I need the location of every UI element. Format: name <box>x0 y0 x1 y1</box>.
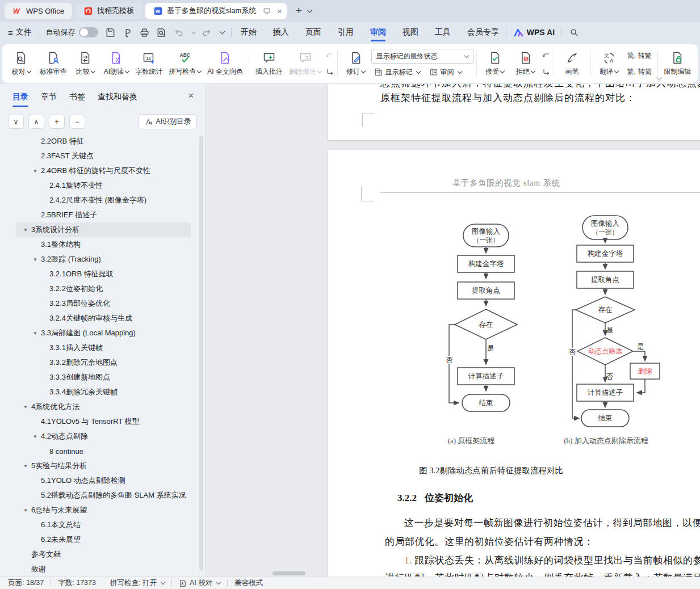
toc-item[interactable]: ▼ 2.4.2尺度不变性 (图像金字塔) <box>16 193 191 208</box>
toc-item[interactable]: ▼ 参考文献 <box>16 547 191 562</box>
print-icon[interactable] <box>139 27 150 38</box>
toc-item[interactable]: ▼ 2.3FAST 关键点 <box>16 149 191 163</box>
show-markup-button[interactable]: 显示标记 <box>371 66 423 78</box>
standard-review-button[interactable]: 标准审查 <box>36 47 70 81</box>
redo-icon[interactable] <box>202 27 212 38</box>
quickbar-chevron-icon[interactable] <box>219 29 225 35</box>
ai-polish-button[interactable]: AI 全文润色 <box>204 47 246 81</box>
menu-tab[interactable]: 页面 <box>305 22 321 43</box>
save-icon[interactable] <box>105 27 116 38</box>
toc-item[interactable]: ▼ 4.2动态点剔除 <box>16 429 191 444</box>
reject-change-button[interactable]: 拒绝 <box>510 47 541 81</box>
undo-icon[interactable] <box>173 27 184 38</box>
review-pane-button[interactable]: 审阅 <box>426 66 464 78</box>
word-count-button[interactable]: 12 字数统计 <box>132 47 166 81</box>
toc-item[interactable]: ▼ 3.2.2位姿初始化 <box>16 281 191 296</box>
compare-button[interactable]: 比较 <box>70 47 100 81</box>
toc-expand-icon[interactable]: ▼ <box>23 464 31 469</box>
body-text-line[interactable]: 原框架特征提取流程与加入动态点剔除后的流程的对比： <box>380 91 636 104</box>
search-icon[interactable] <box>569 27 579 37</box>
toc-previous-heading-button[interactable]: ∧ <box>28 115 44 129</box>
simplified-to-traditional-button[interactable]: 简, 转繁 <box>624 50 655 62</box>
toc-item[interactable]: ▼ 3.2跟踪 (Tracking) <box>16 252 191 267</box>
next-change-icon[interactable] <box>541 67 551 77</box>
toc-item[interactable]: ▼ 4系统优化方法 <box>16 399 191 414</box>
ink-brush-button[interactable]: 画笔 <box>557 47 588 81</box>
toc-item[interactable]: ▼ 5.2搭载动态点剔除的多鱼眼 SLAM 系统实况 <box>16 488 191 503</box>
wps-ai-button[interactable]: WPS AI <box>513 27 555 38</box>
toc-item[interactable]: ▼ 2.2ORB 特征 <box>16 134 191 149</box>
markup-state-select[interactable]: 显示标记的最终状态 <box>371 49 473 64</box>
menu-tab[interactable]: 工具 <box>435 22 451 43</box>
traditional-to-simplified-button[interactable]: 繁, 转简 <box>624 66 655 78</box>
body-text-line[interactable]: 这一步是要对每一帧新图像进行初始位姿估计，得到局部地图，以便于后续 <box>404 516 700 529</box>
ai-proofread-status[interactable]: AI 校对 <box>179 578 220 588</box>
previous-change-icon[interactable] <box>541 51 551 61</box>
toc-item[interactable]: ▼ 2.4ORB 特征的旋转与尺度不变性 <box>16 163 191 178</box>
figure-caption[interactable]: 图 3.2剔除动态点前后特征提取流程对比 <box>349 465 633 476</box>
sidebar-tab[interactable]: 目录 <box>12 92 28 107</box>
toc-item[interactable]: ▼ 3.2.1ORB 特征提取 <box>16 267 191 281</box>
toc-expand-icon[interactable]: ▼ <box>23 228 31 233</box>
toc-item[interactable]: ▼ 3.3.4删除冗余关键帧 <box>16 385 191 399</box>
toc-next-heading-button[interactable]: ∨ <box>8 115 24 129</box>
toc-expand-icon[interactable]: ▼ <box>33 257 41 262</box>
toc-item[interactable]: ▼ 3.2.3局部位姿优化 <box>16 296 191 311</box>
toc-item[interactable]: ▼ 4.1YOLOv5 与 TensorRT 模型 <box>16 414 191 429</box>
tab-wps-office[interactable]: W WPS Office <box>5 3 72 19</box>
toc-expand-icon[interactable]: ▼ <box>23 508 31 513</box>
toc-expand-icon[interactable]: ▼ <box>33 169 41 174</box>
toc-item[interactable]: ▼ 3.3局部建图 (Local Mapping) <box>16 326 191 340</box>
flowchart-with-dynamic-removal[interactable]: 图像输入 （一张） 构建金字塔 提取角点 存在 是 动态点筛选 是 删除 否 否… <box>568 214 667 430</box>
menu-tab[interactable]: 引用 <box>338 22 354 43</box>
sidebar-tab[interactable]: 章节 <box>41 92 57 107</box>
menu-tab[interactable]: 插入 <box>273 22 289 43</box>
track-changes-button[interactable]: 修订 <box>341 47 371 81</box>
undo-chevron-icon[interactable] <box>191 29 196 33</box>
toc-item[interactable]: ▼ 5.1YOLO 动态点剔除检测 <box>16 473 191 488</box>
close-tab-icon[interactable]: × <box>277 6 282 16</box>
body-text-line[interactable]: 进行匹配。若此时匹配点对数较少，则丢弃此帧，重新载入；若数量满足，则进行 <box>385 571 700 577</box>
menu-tab[interactable]: 视图 <box>403 22 418 43</box>
accept-change-button[interactable]: 接受 <box>480 47 510 81</box>
toc-item[interactable]: ▼ 3.3.3创建新地图点 <box>16 370 191 385</box>
toc-item[interactable]: ▼ 3系统设计分析 <box>16 222 191 237</box>
flowchart-original-framework[interactable]: 图像输入 （一张） 构建金字塔 提取角点 存在 是 否 计算描述子 结束 <box>446 221 531 417</box>
toc-collapse-all-button[interactable]: − <box>69 115 85 129</box>
menu-tab[interactable]: 开始 <box>241 22 257 43</box>
ai-read-aloud-button[interactable]: AI朗读 <box>100 47 132 81</box>
menu-tab[interactable]: 审阅 <box>370 22 386 43</box>
toc-item[interactable]: ▼ 6.1本文总结 <box>16 518 191 532</box>
toc-expand-all-button[interactable]: + <box>49 115 65 129</box>
toc-item[interactable]: ▼ 2.4.1旋转不变性 <box>16 178 191 193</box>
sidebar-close-icon[interactable]: × <box>188 91 194 101</box>
file-menu-button[interactable]: ≡ 文件 <box>8 27 32 37</box>
toc-item[interactable]: ▼ 3.1整体结构 <box>16 237 191 252</box>
body-text-line[interactable]: 1. 跟踪状态丢失：从离线训练好的词袋模型里找出与当前帧相似的参考帧，用它 <box>404 554 700 567</box>
presentation-mode-icon[interactable] <box>263 7 271 15</box>
toc-item[interactable]: ▼ 5实验与结果分析 <box>16 458 191 473</box>
insert-comment-button[interactable]: 插入批注 <box>252 47 286 81</box>
sidebar-tab[interactable]: 查找和替换 <box>98 92 137 107</box>
previous-comment-icon[interactable] <box>325 51 334 61</box>
toc-item[interactable]: ▼ 3.2.4关键帧的审核与生成 <box>16 311 191 326</box>
toc-item[interactable]: ▼ 致谢 <box>16 562 191 575</box>
new-tab-button[interactable]: + <box>296 5 302 17</box>
toc-expand-icon[interactable]: ▼ <box>33 331 41 336</box>
horizontal-scrollbar[interactable] <box>273 571 305 575</box>
ai-recognize-toc-button[interactable]: AI识别目录 <box>139 114 197 129</box>
menu-tab[interactable]: 会员专享 <box>467 22 499 43</box>
toc-item[interactable]: ▼ 6总结与未来展望 <box>16 503 191 518</box>
tab-list-chevron-icon[interactable] <box>307 7 312 13</box>
spell-check-button[interactable]: ABC 拼写检查 <box>166 47 204 81</box>
tab-document[interactable]: W 基于多鱼眼的视觉slam系统 与 × <box>145 3 287 19</box>
spell-check-status[interactable]: 拼写检查: 打开 <box>110 578 165 588</box>
sidebar-tab[interactable]: 书签 <box>69 92 85 107</box>
toc-item[interactable]: ▼ 8 continue <box>16 444 191 458</box>
toc-expand-icon[interactable]: ▼ <box>33 434 41 439</box>
proofread-button[interactable]: 校对 <box>6 47 36 81</box>
toc-item[interactable]: ▼ 3.3.1插入关键帧 <box>16 340 191 355</box>
tab-docer-templates[interactable]: 找稻壳模板 <box>76 3 142 19</box>
export-pdf-icon[interactable] <box>122 27 133 38</box>
body-text-line[interactable]: 的局部优化。这里的初始位姿估计有两种情况： <box>385 535 594 548</box>
